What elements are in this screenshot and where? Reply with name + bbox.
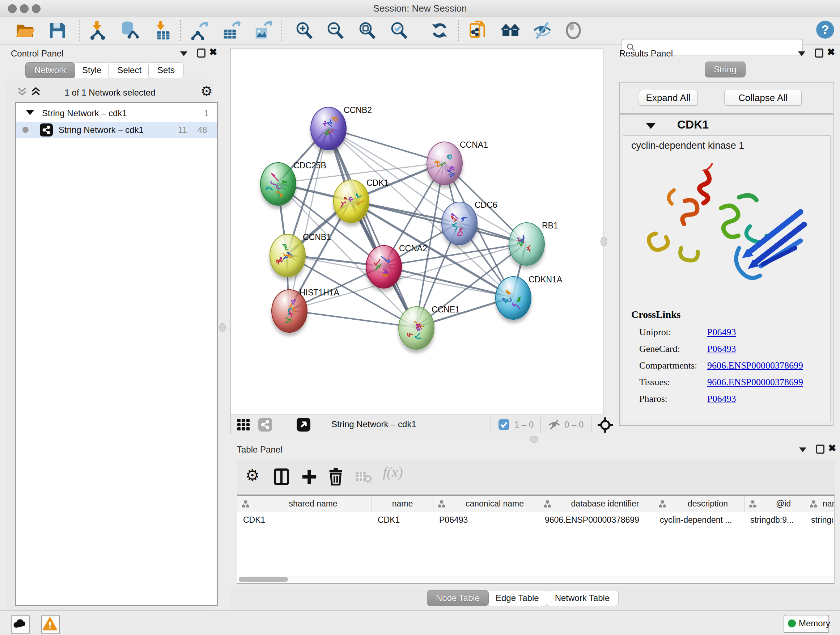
hidden-eye-slash-icon[interactable] — [548, 419, 561, 431]
edge-CCNE1-HIST1H1A[interactable] — [289, 310, 416, 327]
crosslink-label: Compartments: — [639, 360, 697, 371]
table-cell[interactable]: CDK1 — [243, 512, 370, 530]
crosslink-link[interactable]: P06493 — [707, 327, 736, 338]
export-network-icon[interactable] — [189, 21, 209, 40]
home-icon[interactable] — [501, 21, 520, 40]
table-options-gear-icon[interactable]: ⚙ — [245, 466, 259, 485]
hidden-node-edge-counts: 0 – 0 — [564, 420, 584, 430]
import-table-icon[interactable] — [152, 21, 172, 40]
column-header-database-identifier[interactable]: database identifier — [539, 496, 654, 512]
results-panel-float-icon[interactable] — [815, 49, 823, 57]
table-cell[interactable]: CDK1 — [378, 512, 432, 530]
tab-edge-table[interactable]: Edge Table — [486, 590, 548, 606]
tab-sets[interactable]: Sets — [148, 62, 184, 78]
hide-panel-eye-icon[interactable] — [532, 21, 552, 40]
network-options-gear-icon[interactable]: ⚙ — [201, 83, 213, 99]
crosslink-link[interactable]: P06493 — [707, 394, 736, 404]
column-header-description[interactable]: description — [654, 496, 745, 512]
entry-expander-icon[interactable] — [646, 123, 655, 129]
expand-all-button[interactable]: Expand All — [639, 90, 698, 106]
column-header-@id[interactable]: @id — [745, 496, 805, 512]
table-panel-close-icon[interactable]: ✖ — [828, 444, 836, 452]
open-in-window-icon[interactable] — [297, 418, 310, 432]
delete-column-trash-icon[interactable] — [328, 467, 344, 486]
string-import-icon[interactable] — [469, 21, 488, 40]
share-network-icon[interactable] — [258, 418, 272, 432]
node-RB1[interactable] — [508, 222, 545, 266]
memory-button[interactable]: Memory — [783, 615, 829, 633]
network-canvas[interactable]: CCNB2CCNA1CDC25BCDK1CDC6RB1CCNB1CCNA2CDK… — [231, 48, 603, 415]
node-CDC6[interactable] — [441, 202, 477, 245]
node-CCNB1[interactable] — [270, 234, 306, 277]
zoom-fit-icon[interactable] — [357, 21, 377, 40]
show-columns-icon[interactable] — [273, 468, 289, 486]
cloud-button[interactable] — [11, 616, 30, 633]
tab-string[interactable]: String — [705, 62, 745, 78]
results-panel-collapse-icon[interactable] — [798, 51, 805, 56]
grid-view-icon[interactable] — [237, 419, 249, 431]
column-header-label: canonical name — [451, 499, 538, 509]
node-CCNE1[interactable] — [398, 306, 434, 350]
results-panel-close-icon[interactable]: ✖ — [827, 48, 835, 56]
table-cell[interactable]: stringdb — [811, 512, 833, 530]
collapse-all-button[interactable]: Collapse All — [724, 90, 802, 106]
table-cell[interactable]: stringdb:9... — [750, 512, 804, 530]
network-collection-row[interactable]: String Network – cdk1 1 — [16, 105, 217, 122]
scrollbar-thumb[interactable] — [239, 577, 288, 582]
import-network-database-icon[interactable] — [119, 21, 139, 40]
table-cell[interactable]: cyclin-dependent ... — [660, 512, 743, 530]
delete-table-icon — [355, 471, 372, 483]
splitter-handle[interactable] — [219, 323, 226, 333]
create-column-plus-icon[interactable] — [301, 468, 317, 486]
tab-style[interactable]: Style — [73, 62, 111, 78]
tab-node-table[interactable]: Node Table — [427, 590, 489, 606]
edge-CCNB2-CCNE1[interactable] — [328, 128, 416, 327]
control-panel-close-icon[interactable]: ✖ — [209, 48, 218, 56]
edge-CCNB2-HIST1H1A[interactable] — [289, 128, 328, 310]
tab-network-table[interactable]: Network Table — [546, 590, 619, 606]
zoom-out-icon[interactable] — [325, 21, 345, 40]
column-header-name[interactable]: name — [372, 496, 433, 512]
import-network-icon[interactable] — [88, 21, 107, 40]
fit-content-crosshair-icon[interactable] — [598, 417, 613, 432]
zoom-selected-icon[interactable] — [389, 21, 409, 40]
tab-network[interactable]: Network — [25, 62, 75, 78]
crosslink-link[interactable]: P06493 — [707, 344, 736, 355]
table-panel-float-icon[interactable] — [816, 445, 824, 454]
toolbar-separator — [591, 417, 592, 432]
tab-select[interactable]: Select — [108, 62, 150, 78]
crosslink-link[interactable]: 9606.ENSP00000378699 — [707, 377, 803, 388]
crosslink-link[interactable]: 9606.ENSP00000378699 — [707, 360, 803, 371]
table-horizontal-scrollbar[interactable] — [238, 576, 834, 583]
node-CCNA2[interactable] — [366, 245, 402, 288]
control-panel-collapse-icon[interactable] — [180, 51, 187, 56]
column-header-canonical-name[interactable]: canonical name — [433, 496, 539, 512]
splitter-handle[interactable] — [530, 436, 538, 443]
edge-CDK1-RB1[interactable] — [351, 201, 526, 243]
column-header-namespac[interactable]: namespac — [805, 496, 834, 512]
selected-checkbox-icon[interactable] — [499, 419, 509, 430]
splitter-handle[interactable] — [600, 237, 607, 246]
node-CCNB2[interactable] — [310, 107, 347, 150]
open-session-icon[interactable] — [15, 21, 35, 40]
column-header-shared-name[interactable]: shared name — [237, 496, 372, 512]
refresh-icon[interactable] — [430, 21, 449, 40]
zoom-in-icon[interactable] — [294, 21, 314, 40]
preview-eye-icon[interactable] — [564, 21, 583, 40]
control-panel-float-icon[interactable] — [197, 49, 205, 57]
help-icon[interactable]: ? — [815, 20, 835, 40]
node-CDKN1A[interactable] — [495, 276, 531, 320]
warnings-button[interactable] — [41, 616, 60, 633]
network-row-selected[interactable]: String Network – cdk1 11 48 — [16, 122, 217, 138]
table-cell[interactable]: 9606.ENSP00000378699 — [545, 512, 653, 530]
node-table[interactable]: shared namenamecanonical namedatabase id… — [237, 494, 835, 584]
save-session-icon[interactable] — [48, 21, 67, 40]
table-panel-collapse-icon[interactable] — [799, 448, 806, 452]
export-table-icon[interactable] — [221, 21, 241, 40]
tree-expander-icon[interactable] — [26, 110, 34, 115]
node-CDC25B[interactable] — [260, 162, 296, 206]
export-image-icon[interactable] — [253, 21, 273, 40]
node-CCNA1[interactable] — [426, 141, 463, 185]
node-CDK1[interactable] — [333, 180, 369, 223]
table-cell[interactable]: P06493 — [439, 512, 538, 530]
